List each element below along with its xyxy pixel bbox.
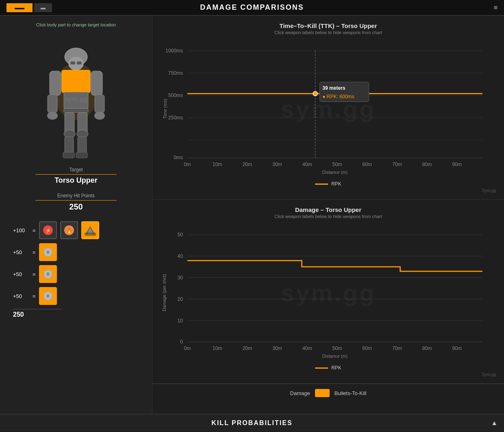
svg-text:70m: 70m <box>392 162 402 167</box>
top-bar: ▬▬ ▬ DAMAGE COMPARISONS ≡ <box>0 0 504 16</box>
svg-text:50m: 50m <box>332 162 342 167</box>
total-divider <box>13 309 62 309</box>
btk-label: Bullets-To-Kill <box>335 390 367 396</box>
damage-chart-area: sym.gg 50 40 30 20 10 0 <box>161 224 496 362</box>
svg-text:10: 10 <box>178 318 183 324</box>
enemy-hp-divider <box>35 200 117 201</box>
armor-eq-2: = <box>33 249 36 255</box>
svg-text:0m: 0m <box>184 162 191 167</box>
ttk-chart-section: Time–To–Kill (TTK) – Torso Upper Click w… <box>152 16 504 200</box>
armor-eq-4: = <box>33 293 36 299</box>
svg-text:30m: 30m <box>272 162 282 167</box>
svg-text:0ms: 0ms <box>174 155 183 160</box>
svg-text:20: 20 <box>178 296 183 302</box>
ttk-chart-subtitle: Click weapon labels below to hide weapon… <box>161 30 496 35</box>
svg-text:1000ms: 1000ms <box>165 48 183 54</box>
armor-section: +100 = ⚡ 🔥 +50 = <box>7 221 146 318</box>
figure-container[interactable]: sym.gg <box>31 30 121 160</box>
main-content: Click body part to change target locatio… <box>0 16 504 414</box>
svg-point-11 <box>47 112 58 120</box>
enemy-hp-section: Enemy Hit Points 250 <box>7 193 146 212</box>
left-panel: Click body part to change target locatio… <box>0 16 152 414</box>
damage-chart-subtitle: Click weapon labels below to hide weapon… <box>161 214 496 219</box>
armor-plus-50-3: +50 <box>13 293 29 299</box>
svg-text:sym.gg: sym.gg <box>65 96 87 103</box>
armor-eq-1: = <box>33 227 36 233</box>
ttk-legend-line-rpk <box>315 184 328 185</box>
svg-rect-4 <box>77 61 82 65</box>
svg-rect-9 <box>48 95 57 113</box>
svg-rect-18 <box>65 137 74 154</box>
target-section: Target Torso Upper <box>7 167 146 185</box>
filter-icon[interactable]: ≡ <box>494 4 497 11</box>
svg-rect-3 <box>70 61 75 65</box>
svg-rect-7 <box>50 71 61 95</box>
svg-text:Time (ms): Time (ms) <box>163 99 167 119</box>
tab-inactive[interactable]: ▬ <box>34 3 52 12</box>
armor-icon-mountain[interactable] <box>81 221 99 239</box>
bottom-bar: Damage Bullets-To-Kill <box>152 384 504 402</box>
svg-rect-20 <box>63 152 74 158</box>
armor-icon-shield-1[interactable] <box>39 243 57 261</box>
target-name: Torso Upper <box>7 176 146 185</box>
right-panel: Time–To–Kill (TTK) – Torso Upper Click w… <box>152 16 504 414</box>
svg-rect-21 <box>76 152 87 158</box>
armor-plus-50-2: +50 <box>13 271 29 277</box>
svg-text:500ms: 500ms <box>168 93 183 98</box>
damage-sym-gg: Sym.gg <box>161 372 496 377</box>
svg-point-12 <box>94 112 105 120</box>
svg-text:50m: 50m <box>332 346 342 351</box>
svg-text:50: 50 <box>178 232 183 238</box>
armor-icon-flame1[interactable]: ⚡ <box>39 221 57 239</box>
armor-icon-flame2[interactable]: 🔥 <box>60 221 78 239</box>
svg-rect-30 <box>47 251 49 254</box>
damage-chart-legend: RPK <box>161 365 496 371</box>
svg-text:750ms: 750ms <box>168 70 183 76</box>
svg-text:⚡: ⚡ <box>45 227 51 233</box>
svg-text:80m: 80m <box>422 346 432 351</box>
svg-text:🔥: 🔥 <box>66 227 72 233</box>
target-divider <box>35 174 117 175</box>
svg-text:Damage (per shot): Damage (per shot) <box>162 274 167 311</box>
ttk-chart-area: sym.gg 1000ms 750ms 500ms 250ms 0ms <box>161 40 496 178</box>
svg-rect-31 <box>47 272 49 276</box>
svg-text:40m: 40m <box>302 162 312 167</box>
tab-active[interactable]: ▬▬ <box>7 3 33 12</box>
armor-icon-shield-2[interactable] <box>39 265 57 283</box>
svg-text:10m: 10m <box>213 346 222 351</box>
svg-point-58 <box>313 91 317 96</box>
svg-text:30m: 30m <box>272 346 282 351</box>
svg-text:60m: 60m <box>362 346 372 351</box>
ttk-legend-label-rpk[interactable]: RPK <box>331 181 341 187</box>
svg-text:Distance (m): Distance (m) <box>322 170 348 175</box>
kill-prob-title: KILL PROBABILITIES <box>211 419 292 427</box>
svg-text:40: 40 <box>178 253 183 259</box>
svg-rect-10 <box>95 95 104 113</box>
svg-text:60m: 60m <box>362 162 372 167</box>
svg-text:Distance (m): Distance (m) <box>322 354 348 359</box>
svg-rect-8 <box>91 71 102 95</box>
svg-text:30: 30 <box>178 275 183 281</box>
svg-text:39 meters: 39 meters <box>322 85 345 91</box>
enemy-hp-label: Enemy Hit Points <box>7 193 146 199</box>
ttk-chart-legend: RPK <box>161 181 496 187</box>
damage-chart-svg: 50 40 30 20 10 0 0m 10m 20m 30m 40m 50m … <box>161 224 496 362</box>
ttk-chart-title: Time–To–Kill (TTK) – Torso Upper <box>161 22 496 29</box>
armor-icon-shield-3[interactable] <box>39 287 57 305</box>
svg-text:40m: 40m <box>302 346 312 351</box>
kill-prob-icon[interactable]: ▲ <box>491 419 497 427</box>
body-hint: Click body part to change target locatio… <box>7 22 146 27</box>
armor-row-50-3: +50 = <box>13 287 146 305</box>
enemy-hp-value: 250 <box>7 202 146 212</box>
damage-chart-section: Damage – Torso Upper Click weapon labels… <box>152 200 504 384</box>
armor-eq-3: = <box>33 271 36 277</box>
svg-text:250ms: 250ms <box>168 115 183 121</box>
damage-chart-title: Damage – Torso Upper <box>161 206 496 213</box>
armor-row-50-1: +50 = <box>13 243 146 261</box>
svg-rect-32 <box>47 294 49 298</box>
armor-row-100: +100 = ⚡ 🔥 <box>13 221 146 239</box>
svg-text:90m: 90m <box>452 162 462 167</box>
soldier-figure[interactable]: sym.gg <box>31 30 121 160</box>
svg-text:0: 0 <box>180 339 183 345</box>
damage-legend-label-rpk[interactable]: RPK <box>331 365 341 371</box>
